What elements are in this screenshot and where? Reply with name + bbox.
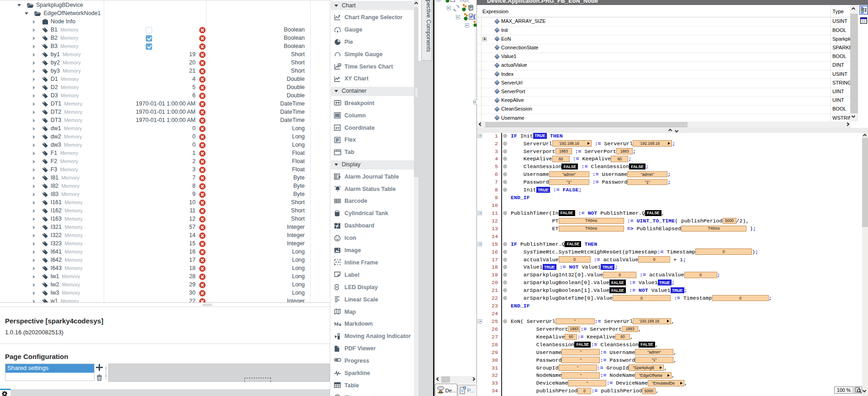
svg-text:M: M bbox=[334, 321, 339, 326]
svg-text:XY: XY bbox=[335, 127, 340, 130]
